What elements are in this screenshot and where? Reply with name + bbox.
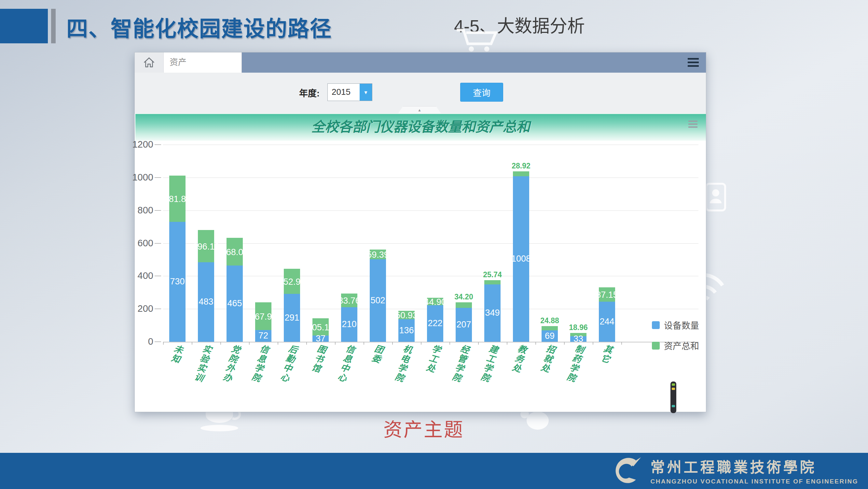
x-axis-label: 图书馆 <box>308 343 329 375</box>
y-axis-tick <box>155 243 161 244</box>
legend-item[interactable]: 资产总和 <box>652 339 699 352</box>
bar-value-label: 33 <box>564 334 593 344</box>
floating-scrollbar[interactable] <box>671 381 676 413</box>
x-axis-label: 其它 <box>597 343 615 365</box>
asset-total-bar-segment <box>513 171 529 176</box>
footer-bar: 常州工程職業技術學院 CHANGZHOU VOCATIONAL INSTITUT… <box>0 453 868 489</box>
asset-total-bar-segment <box>484 280 501 284</box>
school-name-en: CHANGZHOU VOCATIONAL INSTITUTE OF ENGINE… <box>650 478 858 485</box>
x-axis-tick <box>392 342 393 345</box>
filter-bar: 年度: 2015 ▼ 查询 ▲ <box>135 73 706 114</box>
legend-item[interactable]: 设备数量 <box>652 319 699 331</box>
asset-total-bar-segment <box>456 302 472 308</box>
home-icon <box>143 56 155 69</box>
bar-value-label: 152.90 <box>278 277 306 287</box>
gridline <box>163 342 699 342</box>
app-window: 资产 年度: 2015 ▼ 查询 ▲ 全校各部门仪器设备数量和资产总和 0200… <box>134 52 706 412</box>
bar-value-label: 87.15 <box>593 290 621 300</box>
x-axis-tick <box>593 342 593 345</box>
bar-value-label: 168.06 <box>220 247 249 257</box>
cart-watermark-icon <box>455 27 498 53</box>
legend-swatch <box>652 321 660 329</box>
y-axis-tick <box>155 144 161 145</box>
bar-value-label: 291 <box>278 313 306 323</box>
x-axis-tick <box>421 342 422 345</box>
x-axis-tick <box>364 342 364 345</box>
school-logo <box>611 455 644 485</box>
legend-label: 资产总和 <box>664 339 699 352</box>
y-axis-label: 400 <box>127 270 153 281</box>
bar-value-label: 105.14 <box>306 322 335 333</box>
x-axis-label: 建工学院 <box>477 343 501 384</box>
bar-value-label: 207 <box>450 320 478 330</box>
y-axis-label: 600 <box>127 238 153 249</box>
x-axis-label: 经管学院 <box>449 343 472 384</box>
chart-panel: 全校各部门仪器设备数量和资产总和 02004006008001000120073… <box>135 113 706 412</box>
x-axis-tick <box>192 342 192 345</box>
gridline <box>163 243 699 244</box>
bar-value-label: 37 <box>306 334 335 344</box>
asset-total-bar-segment <box>541 326 558 330</box>
bar-value-label: 349 <box>478 308 507 318</box>
tab-assets[interactable]: 资产 <box>164 53 242 73</box>
caption-asset-theme: 资产主题 <box>383 414 464 442</box>
x-axis-tick <box>478 342 479 345</box>
y-axis-label: 1000 <box>127 172 153 183</box>
x-axis-label: 信息学院 <box>248 343 272 384</box>
x-axis-tick <box>335 342 336 345</box>
x-axis-tick <box>621 342 622 345</box>
bar-value-label: 483 <box>192 297 220 307</box>
query-button[interactable]: 查询 <box>460 83 503 102</box>
slide-title: 四、智能化校园建设的路径 <box>66 11 332 42</box>
x-axis-tick <box>249 342 250 345</box>
bar-value-label: 222 <box>421 318 450 328</box>
y-axis-label: 800 <box>127 205 153 216</box>
bar-value-label: 502 <box>364 295 392 306</box>
year-select[interactable]: 2015 ▼ <box>328 83 372 101</box>
bar-value-label: 1008 <box>507 254 535 264</box>
y-axis-tick <box>155 210 161 211</box>
y-axis-label: 200 <box>127 303 153 314</box>
x-axis-tick <box>278 342 278 345</box>
title-accent-square <box>0 9 48 43</box>
gridline <box>163 276 699 276</box>
legend-label: 设备数量 <box>664 319 699 331</box>
legend-swatch <box>652 342 660 350</box>
chevron-down-icon[interactable]: ▼ <box>360 84 372 101</box>
x-axis-label: 团委 <box>368 343 386 365</box>
x-axis-label: 制药学院 <box>563 343 587 384</box>
x-axis-label: 未知 <box>167 343 185 365</box>
slide-background: 四、智能化校园建设的路径 4-5、大数据分析 <box>0 0 868 489</box>
bar-value-label: 44.90 <box>421 297 450 307</box>
chart-legend: 设备数量资产总和 <box>652 319 699 352</box>
window-header-bar <box>242 53 706 73</box>
window-header: 资产 <box>135 53 706 73</box>
gridline <box>163 145 699 145</box>
bar-value-label: 18.96 <box>564 323 593 332</box>
bar-value-label: 59.39 <box>364 250 392 260</box>
window-menu-icon[interactable] <box>688 58 699 69</box>
year-select-value: 2015 <box>328 84 360 101</box>
x-axis-tick <box>220 342 221 345</box>
x-axis-tick <box>163 342 164 345</box>
x-axis-label: 教务处 <box>509 343 529 375</box>
y-axis-tick <box>155 177 161 178</box>
y-axis-tick <box>155 341 161 342</box>
x-axis-label: 学工处 <box>423 343 443 375</box>
y-axis-tick <box>155 309 161 309</box>
chart-title: 全校各部门仪器设备数量和资产总和 <box>135 114 706 140</box>
collapse-panel-handle[interactable]: ▲ <box>398 106 441 114</box>
x-axis-label: 党院外办 <box>220 343 243 384</box>
bar-value-label: 72 <box>249 331 278 341</box>
x-axis-tick <box>535 342 536 345</box>
bar-value-label: 28.92 <box>507 162 535 170</box>
chart-menu-icon[interactable] <box>688 120 698 130</box>
bar-value-label: 196.18 <box>192 242 220 252</box>
y-axis-label: 1200 <box>127 139 153 150</box>
y-axis-label: 0 <box>127 336 153 347</box>
year-field-label: 年度: <box>299 86 319 99</box>
y-axis-tick <box>155 276 161 276</box>
gridline <box>163 177 699 178</box>
bar-value-label: 25.74 <box>478 270 507 279</box>
home-button[interactable] <box>135 53 164 73</box>
